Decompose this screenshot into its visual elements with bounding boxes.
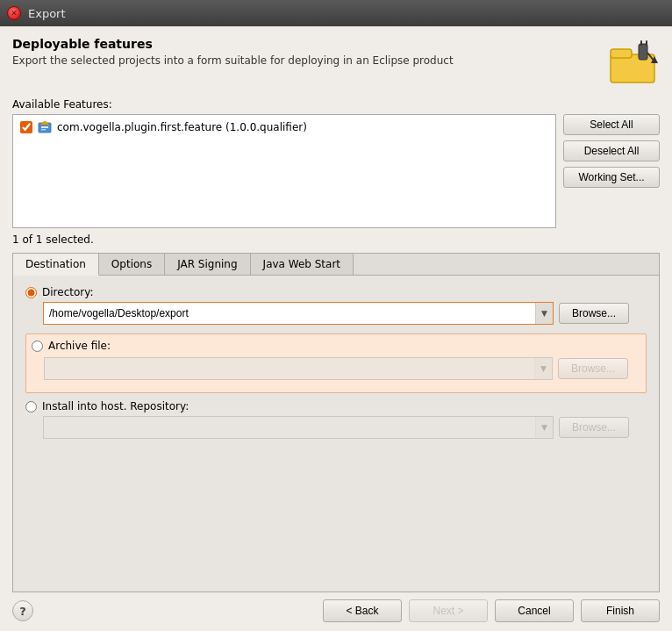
directory-dropdown-arrow[interactable]: ▼ bbox=[535, 303, 553, 324]
dialog-title: Deployable features bbox=[12, 37, 454, 51]
feature-name: com.vogella.plugin.first.feature (1.0.0.… bbox=[57, 121, 307, 133]
archive-radio-row: Archive file: bbox=[26, 338, 646, 354]
back-button[interactable]: < Back bbox=[323, 599, 402, 622]
deselect-all-button[interactable]: Deselect All bbox=[563, 140, 660, 161]
archive-dropdown-arrow: ▼ bbox=[534, 358, 552, 379]
feature-icon bbox=[38, 120, 52, 134]
list-item: com.vogella.plugin.first.feature (1.0.0.… bbox=[17, 118, 552, 136]
tabs-container: Destination Options JAR Signing Java Web… bbox=[12, 253, 660, 592]
svg-rect-2 bbox=[639, 44, 647, 60]
install-dropdown-arrow: ▼ bbox=[535, 417, 553, 438]
finish-button[interactable]: Finish bbox=[581, 599, 660, 622]
next-button[interactable]: Next > bbox=[409, 599, 488, 622]
side-buttons: Select All Deselect All Working Set... bbox=[563, 114, 660, 228]
features-row: com.vogella.plugin.first.feature (1.0.0.… bbox=[12, 114, 660, 228]
dialog-description: Export the selected projects into a form… bbox=[12, 54, 454, 67]
svg-rect-3 bbox=[640, 40, 642, 46]
install-label: Install into host. Repository: bbox=[42, 400, 189, 412]
features-section: Available Features: com.vogella.plugin.f… bbox=[12, 98, 660, 228]
bottom-left: ? bbox=[12, 600, 33, 621]
tab-destination[interactable]: Destination bbox=[13, 254, 99, 276]
features-list[interactable]: com.vogella.plugin.first.feature (1.0.0.… bbox=[12, 114, 556, 228]
export-icon bbox=[607, 37, 660, 90]
svg-rect-1 bbox=[611, 49, 632, 58]
archive-label: Archive file: bbox=[48, 340, 111, 352]
tab-options[interactable]: Options bbox=[99, 254, 165, 275]
header-section: Deployable features Export the selected … bbox=[12, 37, 660, 90]
archive-input-row: ▼ Browse... bbox=[26, 357, 646, 380]
install-input bbox=[44, 417, 535, 438]
install-radio[interactable] bbox=[25, 401, 37, 412]
features-label: Available Features: bbox=[12, 98, 660, 111]
close-button[interactable]: ✕ bbox=[7, 6, 21, 20]
archive-browse-button: Browse... bbox=[558, 358, 628, 379]
install-combo: ▼ bbox=[43, 416, 554, 439]
directory-group: Directory: ▼ Browse... bbox=[25, 286, 647, 325]
install-input-row: ▼ Browse... bbox=[25, 416, 647, 439]
title-bar: ✕ Export bbox=[0, 0, 672, 26]
select-all-button[interactable]: Select All bbox=[563, 114, 660, 135]
archive-radio[interactable] bbox=[32, 341, 43, 352]
directory-input-row: ▼ Browse... bbox=[25, 302, 647, 325]
help-button[interactable]: ? bbox=[12, 600, 33, 621]
dialog-body: Deployable features Export the selected … bbox=[0, 26, 672, 631]
install-radio-row: Install into host. Repository: bbox=[25, 400, 647, 412]
directory-combo[interactable]: ▼ bbox=[43, 302, 554, 325]
bottom-buttons: < Back Next > Cancel Finish bbox=[323, 599, 660, 622]
bottom-bar: ? < Back Next > Cancel Finish bbox=[12, 592, 660, 624]
working-set-button[interactable]: Working Set... bbox=[563, 167, 660, 188]
archive-highlight: Archive file: ▼ Browse... bbox=[25, 333, 647, 393]
install-browse-button: Browse... bbox=[559, 417, 629, 438]
svg-rect-0 bbox=[611, 54, 654, 82]
archive-input bbox=[45, 358, 534, 379]
feature-checkbox[interactable] bbox=[20, 121, 32, 133]
selected-count: 1 of 1 selected. bbox=[12, 233, 660, 246]
tab-jar-signing[interactable]: JAR Signing bbox=[165, 254, 250, 275]
tabs-header: Destination Options JAR Signing Java Web… bbox=[13, 254, 659, 276]
window-title: Export bbox=[28, 7, 66, 20]
cancel-button[interactable]: Cancel bbox=[495, 599, 574, 622]
install-group: Install into host. Repository: ▼ Browse.… bbox=[25, 400, 647, 439]
svg-rect-9 bbox=[41, 126, 48, 128]
archive-combo: ▼ bbox=[44, 357, 553, 380]
directory-label: Directory: bbox=[42, 286, 93, 298]
directory-radio-row: Directory: bbox=[25, 286, 647, 298]
tab-java-web-start[interactable]: Java Web Start bbox=[251, 254, 354, 275]
directory-radio[interactable] bbox=[25, 287, 37, 298]
directory-input[interactable] bbox=[44, 303, 535, 324]
destination-tab-content: Directory: ▼ Browse... Archive file: bbox=[13, 276, 659, 592]
svg-rect-4 bbox=[646, 40, 647, 46]
header-text: Deployable features Export the selected … bbox=[12, 37, 454, 67]
directory-browse-button[interactable]: Browse... bbox=[559, 303, 629, 324]
svg-rect-10 bbox=[41, 129, 46, 131]
